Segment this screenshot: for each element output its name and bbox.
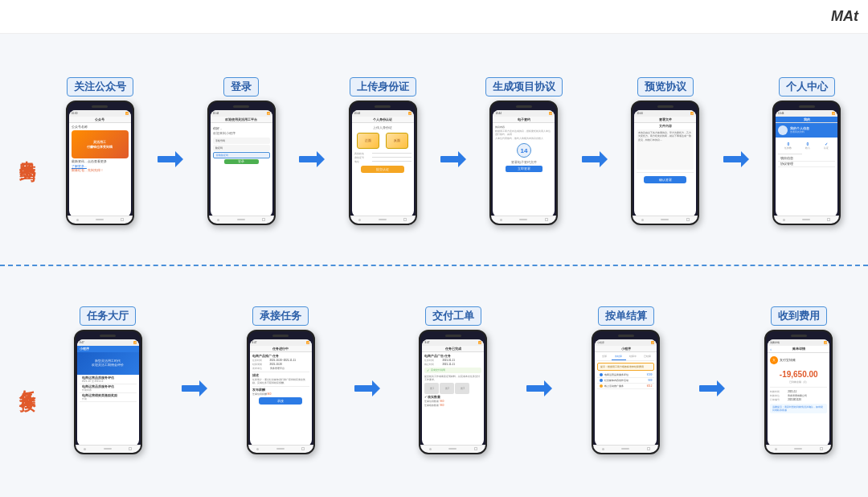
arrow-5 — [723, 135, 749, 167]
step-receive-label: 收到费用 — [771, 306, 827, 326]
status-bar-follow: 10:00 📶 — [69, 110, 131, 117]
screen-follow: 10:00 📶 公众号 公众号名称 灵活用工付赚钱也享受到哦 最新资讯，点击查看… — [69, 110, 131, 217]
step-preview: 预览协议 10:44 📶 签署文件 文件内容 本协议由 — [613, 77, 718, 225]
phone-profile: 10:44 📶 我的 我的个人信息 查看我的资料 — [772, 101, 841, 225]
body-follow: 公众号名称 灵活用工付赚钱也享受到哦 最新资讯，点击查看更多 了解更多... 限… — [69, 123, 131, 175]
logo: MAt — [831, 8, 858, 25]
arrow-3 — [440, 135, 466, 167]
arrow-t3 — [526, 364, 552, 396]
step-accept-label: 承接任务 — [252, 306, 309, 326]
step-profile: 个人中心 10:44 📶 我的 我的个人信息 — [755, 77, 859, 225]
top-bar: MAt — [0, 0, 868, 34]
phone-receive: 消费详情 📶 ‹ 账单详情 . 支 支付宝转账 — [764, 330, 833, 454]
step-follow: 关注公众号 10:00 📶 公众号 公众号名称 灵活用 — [47, 77, 152, 225]
arrow-t1 — [182, 364, 207, 396]
phone-follow: 10:00 📶 公众号 公众号名称 灵活用工付赚钱也享受到哦 最新资讯，点击查看… — [66, 101, 134, 225]
step-upload-label: 上传身份证 — [350, 77, 416, 97]
arrow-4 — [582, 135, 608, 167]
arrow-t2 — [354, 364, 380, 396]
step-upload-id: 上传身份证 10:44 📶 个人身份认证 上传人身份证 — [330, 77, 435, 225]
step-generate: 生成项目协议 10:44 📶 电子签约 协议内容 根据用工双方意向达成协议，授权… — [472, 77, 576, 225]
arrow-shape-1 — [158, 151, 183, 167]
esign-flow: 关注公众号 10:00 📶 公众号 公众号名称 灵活用 — [47, 77, 860, 225]
task-flow: 任务大厅 9:47 📶 小程序 新型灵活用工时代欢迎灵活工期佣金评价 — [47, 306, 860, 454]
step-deliver-label: 交付工单 — [425, 306, 481, 326]
step-profile-label: 个人中心 — [779, 77, 835, 97]
step-taskhall-label: 任务大厅 — [80, 306, 136, 326]
step-follow-label: 关注公众号 — [67, 77, 133, 97]
banner-follow: 灵活用工付赚钱也享受到哦 — [72, 130, 129, 158]
header-follow: 公众号 — [69, 117, 131, 123]
phone-settle: 小程序 📶 小程序 全部 待结算 结算中 已结算 — [592, 330, 660, 454]
step-deliver: 交付工单 9:47 📶 任务已完成 电商产品广告·任务 — [401, 306, 506, 454]
arrow-1 — [158, 135, 183, 167]
step-generate-label: 生成项目协议 — [485, 77, 563, 97]
step-login: 登录 10:44 📶 欢迎使用灵活用工平台 你好， 欢迎来到小程序 — [189, 77, 293, 225]
bottom-nav-follow — [68, 216, 133, 224]
step-accept: 承接任务 9:47 📶 任务进行中 电商产品推广·任务 — [228, 306, 333, 454]
phone-accept: 9:47 📶 任务进行中 电商产品推广·任务 任务时间 2021-10-20~2… — [247, 330, 315, 454]
phone-login: 10:44 📶 欢迎使用灵活用工平台 你好， 欢迎来到小程序 手机号码 验证码 … — [207, 101, 276, 225]
phone-deliver: 9:47 📶 任务已完成 电商产品广告·任务 任务时间 2021-01-11 — [419, 330, 487, 454]
phone-preview: 10:44 📶 签署文件 文件内容 本协议由以下各方签署协议。甲方为委托方，乙方… — [631, 101, 699, 225]
arrow-2 — [299, 135, 325, 167]
section-label-esign: 电子签约 — [8, 148, 47, 154]
arrow-t4 — [699, 364, 725, 396]
esign-label: 电子签约 — [19, 148, 35, 154]
main-content: 电子签约 关注公众号 10:00 📶 公众号 公 — [0, 34, 868, 497]
step-settle: 按单结算 小程序 📶 小程序 全部 待结算 — [574, 306, 678, 454]
task-label: 任务承接 — [19, 377, 35, 384]
electronic-signing-section: 电子签约 关注公众号 10:00 📶 公众号 公 — [0, 34, 868, 266]
step-task-hall: 任务大厅 9:47 📶 小程序 新型灵活用工时代欢迎灵活工期佣金评价 — [55, 306, 160, 454]
phone-generate: 10:44 📶 电子签约 协议内容 根据用工双方意向达成协议，授权委托相关用人单… — [489, 101, 558, 225]
step-settle-label: 按单结算 — [598, 306, 654, 326]
step-login-label: 登录 — [223, 77, 259, 97]
step-receive: 收到费用 消费详情 📶 ‹ 账单详情 . — [747, 306, 851, 454]
phone-upload: 10:44 📶 个人身份认证 上传人身份证 正面 — [349, 101, 417, 225]
phone-taskhall: 9:47 📶 小程序 新型灵活用工时代欢迎灵活工期佣金评价 电商运营品质服务评估 — [74, 330, 142, 454]
section-label-task: 任务承接 — [8, 377, 47, 384]
step-preview-label: 预览协议 — [637, 77, 694, 97]
task-section: 任务承接 任务大厅 9:47 📶 小程序 新型灵 — [0, 266, 868, 497]
screen-login: 10:44 📶 欢迎使用灵活用工平台 你好， 欢迎来到小程序 手机号码 验证码 … — [211, 110, 272, 217]
